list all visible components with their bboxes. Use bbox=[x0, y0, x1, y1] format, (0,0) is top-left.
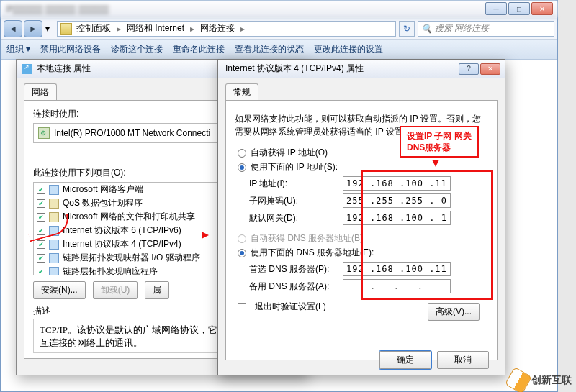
toolbar-item[interactable]: 重命名此连接 bbox=[173, 43, 225, 55]
properties-button[interactable]: 属 bbox=[145, 281, 169, 299]
watermark: 创新互联 bbox=[508, 370, 572, 391]
search-placeholder: 搜索 网络连接 bbox=[435, 22, 489, 35]
breadcrumb[interactable]: 控制面板 bbox=[76, 22, 111, 35]
service-icon bbox=[49, 199, 59, 209]
gateway-label: 默认网关(D): bbox=[249, 212, 343, 224]
refresh-button[interactable]: ↻ bbox=[399, 21, 415, 37]
tab-general[interactable]: 常规 bbox=[225, 83, 258, 101]
radio-icon bbox=[238, 249, 246, 257]
chevron-right-icon: ▸ bbox=[117, 24, 121, 34]
dialog-title: Internet 协议版本 4 (TCP/IPv4) 属性 bbox=[225, 63, 364, 75]
watermark-icon bbox=[505, 367, 532, 392]
help-button[interactable]: ? bbox=[459, 63, 479, 75]
close-button[interactable]: ✕ bbox=[531, 2, 553, 15]
checkbox[interactable] bbox=[37, 240, 45, 249]
annotation-arrowhead bbox=[202, 232, 209, 239]
radio-icon bbox=[238, 149, 246, 158]
checkbox[interactable] bbox=[37, 186, 45, 194]
toolbar-item[interactable]: 组织 ▾ bbox=[6, 43, 30, 55]
ok-button[interactable]: 确定 bbox=[379, 351, 431, 369]
back-button[interactable]: ◄ bbox=[4, 20, 22, 37]
chevron-right-icon: ▸ bbox=[190, 24, 194, 34]
dialog-titlebar: Internet 协议版本 4 (TCP/IPv4) 属性 ? ✕ bbox=[218, 60, 505, 78]
forward-button[interactable]: ► bbox=[24, 20, 42, 37]
radio-icon bbox=[238, 163, 246, 172]
window-buttons: ─ □ ✕ bbox=[485, 2, 553, 15]
protocol-icon bbox=[49, 253, 59, 263]
alternate-dns-label: 备用 DNS 服务器(A): bbox=[249, 281, 343, 293]
annotation-highlight-box bbox=[361, 170, 493, 300]
radio-icon bbox=[238, 234, 246, 243]
address-field[interactable]: 控制面板 ▸ 网络和 Internet ▸ 网络连接 ▸ bbox=[57, 21, 396, 37]
install-button[interactable]: 安装(N)... bbox=[33, 281, 86, 299]
annotation-arrowhead bbox=[432, 160, 439, 167]
subnet-mask-label: 子网掩码(U): bbox=[249, 195, 343, 207]
window-title: P▒▒▒▒▒ ▒▒▒▒▒ ▒▒▒▒▒ bbox=[6, 4, 109, 14]
toolbar-item[interactable]: 更改此连接的设置 bbox=[314, 43, 383, 55]
checkbox-icon bbox=[238, 303, 246, 311]
protocol-icon bbox=[49, 267, 59, 276]
dialog-title: 本地连接 属性 bbox=[37, 63, 91, 75]
uninstall-button: 卸载(U) bbox=[93, 281, 138, 299]
ip-address-label: IP 地址(I): bbox=[249, 178, 343, 190]
advanced-button[interactable]: 高级(V)... bbox=[428, 303, 480, 321]
close-button[interactable]: ✕ bbox=[480, 63, 500, 75]
maximize-button[interactable]: □ bbox=[508, 2, 530, 15]
address-bar-row: ◄ ► ▾ 控制面板 ▸ 网络和 Internet ▸ 网络连接 ▸ ↻ 🔍 搜… bbox=[1, 18, 557, 40]
breadcrumb[interactable]: 网络连接 bbox=[200, 22, 235, 35]
annotation-label: 设置IP 子网 网关 DNS服务器 bbox=[400, 126, 479, 158]
protocol-icon bbox=[49, 240, 59, 250]
checkbox[interactable] bbox=[37, 268, 45, 276]
toolbar-item[interactable]: 查看此连接的状态 bbox=[235, 43, 304, 55]
breadcrumb[interactable]: 网络和 Internet bbox=[127, 22, 184, 35]
adapter-icon bbox=[38, 127, 50, 139]
command-bar: 组织 ▾ 禁用此网络设备 诊断这个连接 重命名此连接 查看此连接的状态 更改此连… bbox=[1, 40, 557, 60]
history-dropdown-icon[interactable]: ▾ bbox=[45, 24, 54, 34]
adapter-name: Intel(R) PRO/1000 MT Network Connecti bbox=[54, 128, 210, 138]
folder-icon bbox=[60, 23, 72, 35]
chevron-right-icon: ▸ bbox=[240, 24, 245, 34]
checkbox[interactable] bbox=[37, 199, 45, 208]
minimize-button[interactable]: ─ bbox=[485, 2, 507, 15]
checkbox[interactable] bbox=[37, 254, 45, 263]
cancel-button[interactable]: 取消 bbox=[437, 351, 489, 369]
tab-network[interactable]: 网络 bbox=[24, 83, 57, 101]
watermark-text: 创新互联 bbox=[531, 374, 572, 387]
toolbar-item[interactable]: 诊断这个连接 bbox=[111, 43, 163, 55]
search-icon: 🔍 bbox=[421, 24, 432, 34]
toolbar-item[interactable]: 禁用此网络设备 bbox=[40, 43, 101, 55]
preferred-dns-label: 首选 DNS 服务器(P): bbox=[249, 263, 343, 275]
network-icon bbox=[22, 64, 32, 74]
client-icon bbox=[49, 185, 59, 195]
explorer-titlebar: P▒▒▒▒▒ ▒▒▒▒▒ ▒▒▒▒▒ bbox=[1, 1, 557, 18]
search-input[interactable]: 🔍 搜索 网络连接 bbox=[418, 21, 554, 37]
